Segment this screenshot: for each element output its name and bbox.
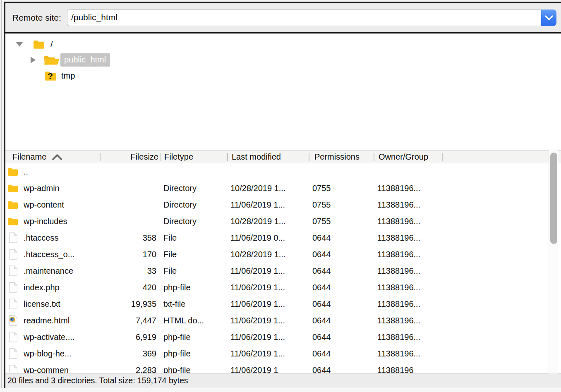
folder-icon xyxy=(7,166,18,177)
file-permissions: 0644 xyxy=(309,233,374,243)
expander-down-icon[interactable] xyxy=(16,42,23,47)
column-header-owner-group[interactable]: Owner/Group xyxy=(374,151,443,163)
chevron-down-icon xyxy=(545,15,553,21)
folder-icon xyxy=(7,216,18,227)
file-last-modified: 11/06/2019 0... xyxy=(228,233,309,243)
tree-item-tmp[interactable]: ? tmp xyxy=(5,68,561,84)
column-header-permissions[interactable]: Permissions xyxy=(309,151,374,163)
expander-right-icon[interactable] xyxy=(30,56,36,64)
remote-directory-tree: / public_html ? tmp xyxy=(5,33,561,150)
filelist-scrollbar-thumb[interactable] xyxy=(550,153,557,244)
file-name: wp-includes xyxy=(24,217,67,226)
remote-path-input[interactable] xyxy=(67,10,541,26)
remote-path-dropdown-button[interactable] xyxy=(541,10,556,26)
file-row[interactable]: .htaccess 358 File 11/06/2019 0... 0644 … xyxy=(5,229,561,246)
file-icon xyxy=(7,265,18,276)
file-row[interactable]: wp-blog-he... 369 php-file 11/06/2019 1.… xyxy=(5,345,561,362)
file-row[interactable]: readme.html 7,447 HTML do... 11/06/2019 … xyxy=(5,312,561,329)
status-bar-text: 20 files and 3 directories. Total size: … xyxy=(7,376,188,385)
file-icon xyxy=(7,348,18,359)
file-type: txt-file xyxy=(161,299,228,309)
tree-item-label-selected: public_html xyxy=(60,53,110,67)
file-name: .maintenance xyxy=(24,266,73,276)
file-owner-group: 11388196... xyxy=(374,217,443,226)
tree-item-public-html[interactable]: public_html xyxy=(5,52,561,68)
folder-question-icon: ? xyxy=(44,71,57,81)
file-name: license.txt xyxy=(24,299,60,309)
file-permissions: 0644 xyxy=(309,299,374,309)
file-permissions: 0644 xyxy=(309,266,374,276)
file-last-modified: 11/06/2019 1... xyxy=(228,200,309,210)
file-name: wp-admin xyxy=(24,184,60,193)
file-name: wp-commen xyxy=(24,366,69,373)
file-size: 420 xyxy=(101,283,161,292)
file-icon xyxy=(7,282,18,293)
column-header-last-modified[interactable]: Last modified xyxy=(228,151,309,163)
window-bottom-edge xyxy=(0,388,561,392)
file-type: php-file xyxy=(161,366,228,373)
file-owner-group: 11388196... xyxy=(374,266,443,276)
file-row[interactable]: wp-content Directory 11/06/2019 1... 075… xyxy=(5,196,561,213)
file-permissions: 0644 xyxy=(309,283,374,292)
file-permissions: 0755 xyxy=(309,184,374,193)
status-bar: 20 files and 3 directories. Total size: … xyxy=(5,373,561,387)
file-icon xyxy=(7,249,18,260)
file-type: Directory xyxy=(161,184,228,193)
filelist-column-headers: Filename Filesize Filetype Last modified… xyxy=(5,151,561,163)
pane-splitter-gutter[interactable] xyxy=(0,0,4,392)
file-owner-group: 11388196... xyxy=(374,349,443,359)
file-size: 2,283 xyxy=(101,366,161,373)
file-type: php-file xyxy=(161,283,228,292)
file-owner-group: 11388196... xyxy=(374,200,443,210)
file-row[interactable]: .htaccess_o... 170 File 10/28/2019 1... … xyxy=(5,246,561,263)
file-row[interactable]: .. xyxy=(5,163,561,180)
file-size: 7,447 xyxy=(101,316,161,325)
file-last-modified: 10/28/2019 1... xyxy=(228,184,309,193)
file-type: File xyxy=(161,266,228,276)
file-type: php-file xyxy=(161,349,228,359)
file-name: wp-activate.... xyxy=(24,332,74,342)
file-name: wp-content xyxy=(24,200,64,210)
file-owner-group: 11388196... xyxy=(374,250,443,259)
file-row[interactable]: wp-commen 2,283 php-file 11/06/2019 1 06… xyxy=(5,362,561,373)
filelist-scrollbar-track[interactable] xyxy=(549,149,558,373)
file-owner-group: 11388196... xyxy=(374,332,443,342)
file-size: 358 xyxy=(101,233,161,243)
folder-icon xyxy=(33,40,45,49)
file-last-modified: 10/28/2019 1... xyxy=(228,217,309,226)
file-owner-group: 11388196 xyxy=(374,366,443,373)
column-header-filetype[interactable]: Filetype xyxy=(161,151,228,163)
file-row-highlighted[interactable]: .maintenance 33 File 11/06/2019 1... 064… xyxy=(5,263,561,279)
folder-icon xyxy=(7,183,18,194)
file-last-modified: 11/06/2019 1... xyxy=(228,299,309,309)
file-last-modified: 11/06/2019 1... xyxy=(228,283,309,292)
file-name: readme.html xyxy=(24,316,70,325)
tree-item-label: / xyxy=(50,40,53,49)
file-last-modified: 11/06/2019 1... xyxy=(228,349,309,359)
remote-path-field-group xyxy=(67,10,556,26)
file-row[interactable]: wp-includes Directory 10/28/2019 1... 07… xyxy=(5,213,561,229)
file-type: File xyxy=(161,250,228,259)
column-header-filesize[interactable]: Filesize xyxy=(101,151,161,163)
file-owner-group: 11388196... xyxy=(374,299,443,309)
file-row[interactable]: wp-activate.... 6,919 php-file 11/06/201… xyxy=(5,329,561,345)
file-last-modified: 11/06/2019 1... xyxy=(228,316,309,325)
file-type: Directory xyxy=(161,217,228,226)
file-permissions: 0755 xyxy=(309,217,374,226)
file-icon xyxy=(7,365,18,373)
question-mark-glyph: ? xyxy=(48,71,53,81)
file-type: php-file xyxy=(161,332,228,342)
file-icon xyxy=(7,332,18,342)
file-name: index.php xyxy=(24,283,60,292)
file-size: 170 xyxy=(101,250,161,259)
column-header-filename[interactable]: Filename xyxy=(5,151,101,163)
file-permissions: 0755 xyxy=(309,200,374,210)
tree-item-root[interactable]: / xyxy=(5,36,561,52)
splitter-line xyxy=(1,0,2,392)
folder-icon xyxy=(7,199,18,210)
html-document-icon xyxy=(7,315,18,326)
file-row[interactable]: license.txt 19,935 txt-file 11/06/2019 1… xyxy=(5,296,561,312)
file-permissions: 0644 xyxy=(309,366,374,373)
file-row[interactable]: wp-admin Directory 10/28/2019 1... 0755 … xyxy=(5,180,561,196)
file-row[interactable]: index.php 420 php-file 11/06/2019 1... 0… xyxy=(5,279,561,296)
